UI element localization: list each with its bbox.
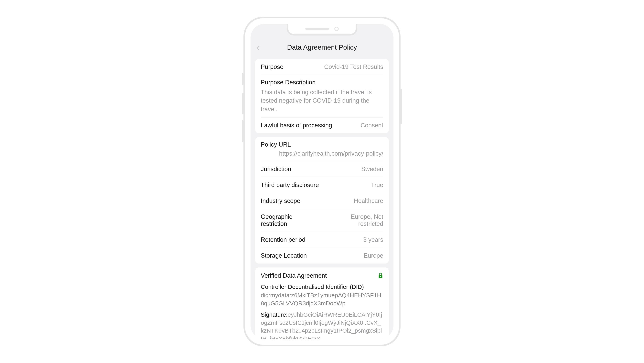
lawful-basis-row: Lawful basis of processing Consent xyxy=(261,117,383,133)
retention-value: 3 years xyxy=(363,236,383,243)
header: ‹ Data Agreement Policy xyxy=(250,39,394,55)
controller-did-label: Controller Decentralised Identifier (DID… xyxy=(261,284,383,290)
third-party-value: True xyxy=(371,181,383,189)
back-button[interactable]: ‹ xyxy=(256,42,260,53)
side-buttons-right xyxy=(400,89,402,132)
signature-label: Signature: xyxy=(261,311,288,318)
storage-label: Storage Location xyxy=(261,252,307,259)
controller-did-block: Controller Decentralised Identifier (DID… xyxy=(261,282,383,310)
verified-title: Verified Data Agreement xyxy=(261,272,327,279)
retention-label: Retention period xyxy=(261,236,306,243)
purpose-row: Purpose Covid-19 Test Results xyxy=(261,59,383,75)
signature-block: Signature:eyJhbGciOiAiRWREU0EiLCAiYjY0Ij… xyxy=(261,310,383,339)
geographic-row: Geographic restriction Europe, Not restr… xyxy=(261,209,383,232)
geo-value: Europe, Not restricted xyxy=(324,213,383,227)
notch xyxy=(287,24,357,35)
policy-url-label: Policy URL xyxy=(261,141,383,148)
purpose-label: Purpose xyxy=(261,63,283,70)
purpose-description-row: Purpose Description This data is being c… xyxy=(261,75,383,117)
lock-icon xyxy=(378,272,383,279)
phone-frame: ‹ Data Agreement Policy Purpose Covid-19… xyxy=(244,17,400,346)
industry-value: Healthcare xyxy=(354,197,383,204)
geo-label: Geographic restriction xyxy=(261,213,320,227)
purpose-card: Purpose Covid-19 Test Results Purpose De… xyxy=(255,59,389,133)
lawful-value: Consent xyxy=(361,122,383,129)
volume-down-button xyxy=(242,120,244,142)
jurisdiction-value: Sweden xyxy=(361,166,383,173)
third-party-label: Third party disclosure xyxy=(261,181,319,189)
storage-row: Storage Location Europe xyxy=(261,248,383,264)
policy-url-value[interactable]: https://clarifyhealth.com/privacy-policy… xyxy=(261,150,383,157)
retention-row: Retention period 3 years xyxy=(261,232,383,248)
verified-card: Verified Data Agreement Controller Decen… xyxy=(255,268,389,339)
svg-rect-1 xyxy=(380,276,381,277)
purpose-desc-label: Purpose Description xyxy=(261,79,383,86)
jurisdiction-row: Jurisdiction Sweden xyxy=(261,161,383,177)
industry-label: Industry scope xyxy=(261,197,300,204)
power-button xyxy=(400,89,402,124)
jurisdiction-label: Jurisdiction xyxy=(261,166,291,173)
third-party-row: Third party disclosure True xyxy=(261,177,383,193)
lawful-label: Lawful basis of processing xyxy=(261,122,332,129)
industry-row: Industry scope Healthcare xyxy=(261,193,383,209)
screen-content[interactable]: ‹ Data Agreement Policy Purpose Covid-19… xyxy=(250,24,394,339)
page-title: Data Agreement Policy xyxy=(256,43,388,51)
speaker xyxy=(305,28,329,30)
purpose-desc-text: This data is being collected if the trav… xyxy=(261,88,383,113)
volume-up-button xyxy=(242,93,244,114)
storage-value: Europe xyxy=(364,252,383,259)
verified-header: Verified Data Agreement xyxy=(261,271,383,282)
front-camera xyxy=(334,27,339,31)
purpose-value: Covid-19 Test Results xyxy=(324,63,383,70)
policy-details-card: Policy URL https://clarifyhealth.com/pri… xyxy=(255,137,389,264)
controller-did-value: did:mydata:z6MkiTBz1ymuepAQ4HEHYSF1H8quG… xyxy=(261,291,383,307)
screen: ‹ Data Agreement Policy Purpose Covid-19… xyxy=(250,24,394,339)
policy-url-row: Policy URL https://clarifyhealth.com/pri… xyxy=(261,137,383,161)
silent-switch xyxy=(242,73,244,85)
side-buttons-left xyxy=(242,73,244,148)
